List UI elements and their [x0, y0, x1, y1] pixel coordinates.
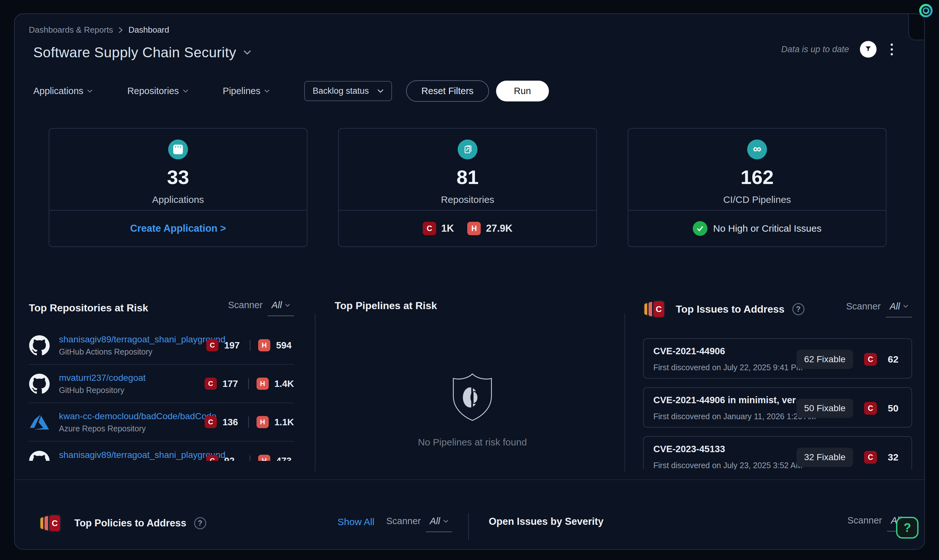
critical-count: 136 — [223, 417, 241, 428]
scanner-label: Scanner — [847, 515, 882, 526]
repo-type: Azure Repos Repository — [59, 424, 196, 433]
high-severity-badge: H — [467, 222, 481, 235]
backlog-status-select[interactable]: Backlog status — [304, 81, 392, 101]
repositories-count: 81 — [457, 166, 479, 188]
show-all-link[interactable]: Show All — [338, 517, 375, 528]
issue-count: 50 — [888, 403, 902, 414]
issue-count: 62 — [888, 354, 902, 365]
section-divider — [468, 513, 469, 540]
applications-stat-card: 33 Applications Create Application > — [49, 128, 307, 247]
badge-divider — [250, 455, 250, 461]
title-chevron-down-icon[interactable] — [244, 50, 251, 55]
breadcrumb: Dashboards & Reports Dashboard — [29, 25, 924, 35]
repository-icon — [458, 140, 478, 159]
chevron-down-icon — [87, 89, 93, 93]
policies-scanner-select[interactable]: Scanner All — [386, 516, 452, 532]
critical-count: 197 — [224, 340, 242, 351]
data-freshness-status: Data is up to date — [781, 45, 849, 54]
cve-discovered-date: First discovered on January 11, 2026 1:2… — [653, 412, 797, 421]
run-button[interactable]: Run — [496, 81, 549, 102]
repo-link[interactable]: kwan-cc-democloud/badCode/badCode — [59, 411, 196, 422]
high-count: 1.1K — [274, 417, 294, 428]
badge-divider — [250, 340, 250, 351]
critical-count: 177 — [223, 378, 241, 389]
scanner-value: All — [430, 516, 440, 526]
high-severity-badge: H — [258, 455, 270, 461]
high-count: 27.9K — [486, 223, 512, 234]
no-issues-status-text: No High or Critical Issues — [713, 223, 822, 234]
high-count: 594 — [276, 340, 294, 351]
issues-list: CVE-2021-44906 First discovered on July … — [643, 338, 912, 469]
issues-section-title: Top Issues to Address — [676, 303, 785, 315]
critical-severity-badge: C — [423, 222, 436, 235]
chevron-down-icon — [903, 305, 908, 308]
repositories-filter-label: Repositories — [127, 86, 179, 96]
critical-severity-badge: C — [205, 378, 217, 390]
cve-title: CVE-2023-45133 — [653, 444, 797, 454]
policies-section-title: Top Policies to Address — [74, 517, 187, 529]
table-row[interactable]: shanisagiv89/terragoat_shani_playground … — [29, 442, 294, 461]
high-count: 473 — [276, 456, 294, 461]
scanner-value: All — [890, 301, 900, 312]
repos-section-title: Top Repositories at Risk — [29, 302, 148, 314]
chevron-down-icon — [264, 89, 270, 93]
applications-stat-label: Applications — [152, 194, 204, 205]
repos-scanner-select[interactable]: Scanner All — [228, 300, 294, 316]
pipelines-filter-dropdown[interactable]: Pipelines — [223, 86, 270, 96]
issue-count: 32 — [888, 452, 902, 463]
applications-filter-label: Applications — [33, 86, 83, 96]
breadcrumb-parent[interactable]: Dashboards & Reports — [29, 25, 113, 35]
scanner-label: Scanner — [228, 300, 263, 311]
help-circle-icon[interactable]: ? — [793, 303, 805, 315]
brand-ring-logo — [919, 4, 933, 17]
critical-severity-badge: C — [206, 455, 218, 461]
backlog-status-label: Backlog status — [313, 86, 369, 96]
pipelines-stat-label: CI/CD Pipelines — [723, 194, 791, 205]
filter-button[interactable] — [860, 41, 877, 58]
list-item[interactable]: CVE-2021-44906 in minimist, version:... … — [643, 387, 912, 428]
repositories-filter-dropdown[interactable]: Repositories — [127, 86, 188, 96]
pipelines-empty-text: No Pipelines at risk found — [418, 437, 527, 448]
badge-divider — [248, 417, 249, 428]
page-title: Software Supply Chain Security — [33, 45, 236, 60]
list-item[interactable]: CVE-2023-45133 First discovered on July … — [643, 436, 912, 469]
table-row[interactable]: shanisagiv89/terragoat_shani_playground … — [29, 326, 294, 365]
repo-link[interactable]: shanisagiv89/terragoat_shani_playground — [59, 450, 197, 460]
create-application-link[interactable]: Create Application > — [130, 223, 226, 234]
cve-discovered-date: First discovered on July 22, 2025 9:41 P… — [653, 363, 797, 372]
applications-icon — [168, 140, 188, 159]
applications-filter-dropdown[interactable]: Applications — [33, 86, 93, 96]
critical-severity-badge: C — [864, 353, 877, 366]
github-icon — [29, 450, 50, 461]
dashboard-panel: Dashboards & Reports Dashboard Software … — [14, 14, 925, 550]
funnel-icon — [864, 45, 872, 54]
pipelines-stat-card: ∞ 162 CI/CD Pipelines No High or Critica… — [628, 128, 887, 247]
repos-at-risk-list: shanisagiv89/terragoat_shani_playground … — [29, 326, 294, 461]
scanner-value: All — [271, 300, 282, 311]
high-severity-badge: H — [256, 378, 269, 390]
github-icon — [29, 335, 50, 356]
help-circle-icon[interactable]: ? — [194, 517, 206, 529]
more-options-kebab-icon[interactable] — [887, 42, 896, 57]
cve-discovered-date: First discovered on July 23, 2025 3:52 A… — [653, 461, 797, 469]
repo-link[interactable]: mvaturri237/codegoat — [59, 373, 196, 383]
fixable-pill: 50 Fixable — [797, 399, 853, 418]
breadcrumb-chevron-icon — [118, 27, 123, 33]
panel-corner-notch — [908, 14, 925, 40]
table-row[interactable]: mvaturri237/codegoat GitHub Repository C… — [29, 365, 294, 403]
column-divider — [315, 313, 316, 471]
issues-scanner-select[interactable]: Scanner All — [846, 301, 912, 317]
help-button[interactable]: ? — [896, 517, 919, 538]
chevron-down-icon — [377, 89, 384, 93]
reset-filters-button[interactable]: Reset Filters — [406, 80, 489, 102]
chevron-down-icon — [183, 89, 188, 93]
list-item[interactable]: CVE-2021-44906 First discovered on July … — [643, 338, 912, 378]
critical-severity-badge: C — [864, 451, 877, 464]
github-icon — [29, 373, 50, 394]
critical-count: 92 — [224, 456, 242, 461]
applications-count: 33 — [167, 166, 189, 188]
table-row[interactable]: kwan-cc-democloud/badCode/badCode Azure … — [29, 403, 294, 442]
repo-link[interactable]: shanisagiv89/terragoat_shani_playground — [59, 334, 197, 345]
column-divider — [624, 313, 625, 471]
scanner-label: Scanner — [386, 516, 421, 526]
